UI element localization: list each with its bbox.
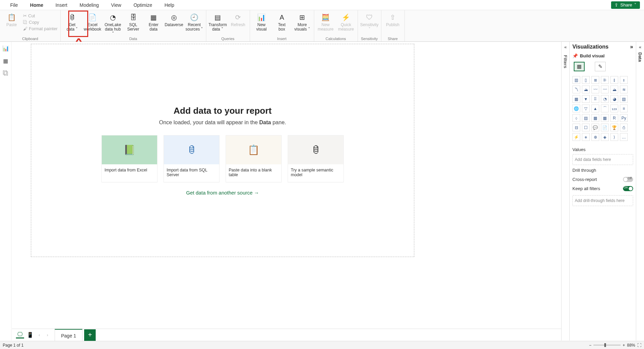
ribbon-item-enter[interactable]: ▦Enterdata <box>145 11 163 32</box>
ribbon-group-share: ⇧Publish Share <box>381 10 405 41</box>
viz-type-16[interactable]: ◕ <box>610 95 618 103</box>
viz-type-2[interactable]: ≣ <box>591 76 599 84</box>
ribbon-item-sensitivity[interactable]: 🛡Sensitivity ˅ <box>361 11 378 32</box>
viz-type-29[interactable]: Py <box>620 114 628 122</box>
build-visual-tab[interactable]: ▦ <box>574 62 585 71</box>
viz-type-33[interactable]: 📄 <box>601 124 609 131</box>
model-view-button[interactable]: ⿻ <box>3 70 8 76</box>
filters-pane-collapsed[interactable]: « Filters <box>561 42 569 341</box>
viz-type-26[interactable]: ▦ <box>591 114 599 122</box>
ribbon-item-more[interactable]: ⊞Morevisuals ˅ <box>293 11 311 32</box>
viz-type-3[interactable]: ⊪ <box>601 76 609 84</box>
report-canvas[interactable]: Add data to your report Once loaded, you… <box>31 44 414 257</box>
ribbon-item-recent[interactable]: 🕘Recentsources ˅ <box>186 11 203 32</box>
data-pane-collapsed[interactable]: « Data <box>636 42 644 341</box>
viz-type-12[interactable]: ▦ <box>572 95 580 103</box>
report-view-button[interactable]: 📊 <box>2 45 9 52</box>
viz-type-11[interactable]: ≋ <box>620 86 628 93</box>
cross-report-toggle[interactable]: Off <box>623 177 633 182</box>
card-import-sql[interactable]: 🛢 Import data from SQL Server <box>164 135 220 182</box>
tab-modeling[interactable]: Modeling <box>73 0 105 10</box>
ribbon-item-new[interactable]: 📊Newvisual <box>253 11 270 32</box>
viz-type-34[interactable]: 🏆 <box>610 124 618 131</box>
zoom-controls: − + 88% ⛶ <box>589 343 641 348</box>
viz-type-4[interactable]: ⫿ <box>610 76 618 84</box>
card-sample-model[interactable]: 🛢 Try a sample semantic model <box>288 135 344 182</box>
tab-help[interactable]: Help <box>158 0 181 10</box>
get-data-another-source-link[interactable]: Get data from another source → <box>186 190 259 196</box>
viz-type-20[interactable]: ▲ <box>591 105 599 112</box>
mobile-layout-button[interactable]: 📱 <box>26 332 34 338</box>
fit-to-page-button[interactable]: ⛶ <box>637 343 641 348</box>
zoom-in-button[interactable]: + <box>623 343 625 348</box>
viz-type-24[interactable]: ⎀ <box>572 114 580 122</box>
viz-type-14[interactable]: ⠿ <box>591 95 599 103</box>
ribbon-item-quick[interactable]: ⚡Quickmeasure <box>337 11 355 32</box>
viz-type-17[interactable]: ▧ <box>620 95 628 103</box>
viz-type-5[interactable]: ⫾ <box>620 76 628 84</box>
card-paste-table[interactable]: 📋 Paste data into a blank table <box>226 135 282 182</box>
page-tab-1[interactable]: Page 1 <box>55 329 82 341</box>
viz-type-28[interactable]: R <box>610 114 618 122</box>
ribbon-item-text[interactable]: ATextbox <box>273 11 291 32</box>
add-page-button[interactable]: + <box>84 329 96 341</box>
share-button[interactable]: ⇪Share˅ <box>611 1 640 9</box>
viz-type-35[interactable]: ⎙ <box>620 124 628 131</box>
viz-type-8[interactable]: 〰 <box>591 86 599 93</box>
viz-type-15[interactable]: ◔ <box>601 95 609 103</box>
copy-button[interactable]: ⿻Copy <box>23 20 58 25</box>
viz-type-39[interactable]: ◈ <box>601 133 609 141</box>
viz-type-37[interactable]: ⎈ <box>582 133 590 141</box>
zoom-out-button[interactable]: − <box>589 343 591 348</box>
desktop-layout-button[interactable]: 🖵 <box>16 331 24 338</box>
format-visual-tab[interactable]: ✎ <box>595 62 606 71</box>
viz-type-32[interactable]: 💬 <box>591 124 599 131</box>
viz-type-36[interactable]: ⚡ <box>572 133 580 141</box>
viz-type-22[interactable]: ₁₂₃ <box>610 105 618 112</box>
viz-type-23[interactable]: ≡ <box>620 105 628 112</box>
paste-button[interactable]: 📋 Paste <box>3 11 20 27</box>
tab-view[interactable]: View <box>105 0 127 10</box>
viz-type-13[interactable]: ▼ <box>582 95 590 103</box>
viz-type-9[interactable]: 〰 <box>601 86 609 93</box>
ribbon-item-sql[interactable]: 🗄SQLServer <box>125 11 142 32</box>
ribbon-item-new[interactable]: 🧮Newmeasure <box>317 11 335 32</box>
viz-type-19[interactable]: ▽ <box>582 105 590 112</box>
viz-type-7[interactable]: ⛰ <box>582 86 590 93</box>
keep-filters-toggle[interactable]: On <box>623 186 633 191</box>
viz-type-31[interactable]: ☐ <box>582 124 590 131</box>
ribbon-item-get[interactable]: 🛢Getdata ˅ <box>63 11 81 32</box>
table-view-button[interactable]: ▦ <box>3 58 8 64</box>
expand-icon[interactable]: » <box>630 44 633 50</box>
drill-through-field-well[interactable]: Add drill-through fields here <box>572 195 633 206</box>
ribbon-item-excel[interactable]: 📄Excelworkbook <box>84 11 101 32</box>
viz-type-27[interactable]: ▦ <box>601 114 609 122</box>
viz-type-30[interactable]: ⊟ <box>572 124 580 131</box>
ribbon-item-publish[interactable]: ⇧Publish <box>384 11 402 27</box>
prev-page-button[interactable]: ‹ <box>36 332 42 337</box>
viz-type-6[interactable]: 〽 <box>572 86 580 93</box>
ribbon-item-transform[interactable]: ▤Transformdata ˅ <box>209 11 227 32</box>
viz-type-1[interactable]: ▯ <box>582 76 590 84</box>
tab-home[interactable]: Home <box>24 0 50 10</box>
zoom-slider[interactable] <box>593 345 621 346</box>
card-import-excel[interactable]: 📗 Import data from Excel <box>101 135 157 182</box>
viz-type-10[interactable]: ⛰ <box>610 86 618 93</box>
values-field-well[interactable]: Add data fields here <box>572 154 633 165</box>
viz-type-0[interactable]: ▥ <box>572 76 580 84</box>
tab-optimize[interactable]: Optimize <box>127 0 158 10</box>
tab-insert[interactable]: Insert <box>49 0 73 10</box>
viz-type-38[interactable]: ⊕ <box>591 133 599 141</box>
ribbon-item-dataverse[interactable]: ◎Dataverse <box>165 11 183 27</box>
ribbon-item-refresh[interactable]: ⟳Refresh <box>229 11 247 27</box>
cut-button[interactable]: ✂Cut <box>23 13 58 18</box>
viz-type-25[interactable]: ▤ <box>582 114 590 122</box>
ribbon-item-onelake[interactable]: ◔OneLakedata hub ˅ <box>104 11 122 36</box>
next-page-button[interactable]: › <box>44 332 51 337</box>
viz-type-40[interactable]: ⟩ <box>610 133 618 141</box>
viz-type-18[interactable]: 🌐 <box>572 105 580 112</box>
tab-file[interactable]: File <box>4 0 24 10</box>
format-painter-button[interactable]: 🖌Format painter <box>23 26 58 31</box>
viz-type-21[interactable]: ⌒ <box>601 105 609 112</box>
viz-type-41[interactable]: … <box>620 133 628 141</box>
